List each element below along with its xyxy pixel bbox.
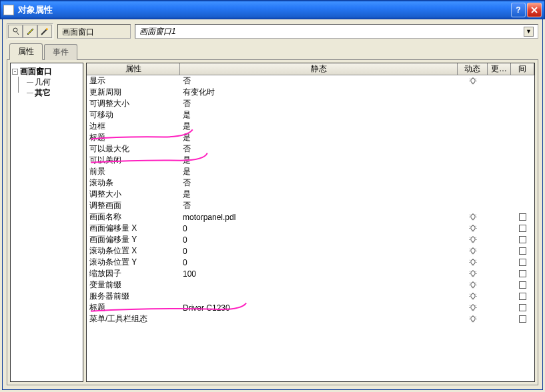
object-tree[interactable]: -画面窗口 几何 其它 (10, 63, 83, 382)
cell-attr[interactable]: 标题 (87, 132, 180, 143)
grid-row[interactable]: 更新周期有变化时 (87, 87, 534, 98)
cell-static[interactable]: 0 (180, 235, 458, 245)
cell-dynamic[interactable] (458, 247, 488, 256)
cell-attr[interactable]: 可调整大小 (87, 98, 180, 109)
grid-body[interactable]: 显示否更新周期有变化时可调整大小否可移动是边框是标题是可以最大化否可以关闭是前景… (87, 75, 534, 381)
cell-attr[interactable]: 服务器前缀 (87, 291, 180, 302)
cell-static[interactable]: 否 (180, 177, 458, 189)
eyedropper-icon[interactable] (23, 25, 37, 38)
header-dynamic[interactable]: 动态 (458, 63, 488, 75)
cell-static[interactable]: 是 (180, 155, 458, 166)
cell-attr[interactable]: 可移动 (87, 109, 180, 121)
wand-icon[interactable] (37, 25, 52, 38)
grid-row[interactable]: 调整画面否 (87, 200, 534, 211)
grid-row[interactable]: 可调整大小否 (87, 98, 534, 109)
bulb-icon[interactable] (468, 258, 478, 267)
chevron-down-icon[interactable]: ▼ (524, 27, 534, 37)
cell-attr[interactable]: 标题 (87, 302, 180, 313)
cell-static[interactable]: motorpanel.pdl (180, 213, 458, 222)
cell-static[interactable]: 100 (180, 269, 458, 279)
checkbox[interactable] (519, 293, 526, 300)
cell-static[interactable]: 否 (180, 143, 458, 155)
cell-attr[interactable]: 可以最大化 (87, 143, 180, 155)
cell-dynamic[interactable] (458, 258, 488, 267)
cell-dynamic[interactable] (458, 292, 488, 301)
cell-ind[interactable] (511, 315, 534, 323)
cell-attr[interactable]: 滚动条 (87, 177, 180, 189)
cell-static[interactable]: 否 (180, 75, 458, 87)
bulb-icon[interactable] (468, 77, 478, 86)
tree-item-other[interactable]: 其它 (27, 87, 81, 98)
cell-static[interactable]: 否 (180, 98, 458, 109)
cell-ind[interactable] (511, 293, 534, 300)
cell-dynamic[interactable] (458, 224, 488, 233)
tab-attributes[interactable]: 属性 (9, 43, 43, 60)
cell-ind[interactable] (511, 270, 534, 277)
tree-root[interactable]: -画面窗口 (12, 66, 81, 77)
collapse-icon[interactable]: - (12, 69, 18, 75)
cell-static[interactable]: 否 (180, 200, 458, 211)
grid-row[interactable]: 标题是 (87, 132, 534, 143)
header-static[interactable]: 静态 (180, 63, 458, 75)
cell-attr[interactable]: 画面名称 (87, 211, 180, 223)
cell-attr[interactable]: 调整画面 (87, 200, 180, 211)
grid-row[interactable]: 前景是 (87, 166, 534, 177)
cell-static[interactable]: 是 (180, 121, 458, 132)
grid-row[interactable]: 画面偏移量 X0 (87, 223, 534, 234)
cell-static[interactable]: Driver C1230 (180, 303, 458, 313)
cell-attr[interactable]: 画面偏移量 Y (87, 234, 180, 245)
grid-row[interactable]: 调整大小是 (87, 189, 534, 200)
bulb-icon[interactable] (468, 315, 478, 324)
grid-row[interactable]: 变量前缀 (87, 279, 534, 291)
cell-attr[interactable]: 更新周期 (87, 87, 180, 98)
cell-dynamic[interactable] (458, 281, 488, 290)
bulb-icon[interactable] (468, 224, 478, 233)
cell-static[interactable]: 0 (180, 258, 458, 267)
cell-ind[interactable] (511, 225, 534, 232)
bulb-icon[interactable] (468, 213, 478, 222)
cell-dynamic[interactable] (458, 213, 488, 222)
checkbox[interactable] (519, 213, 526, 221)
cell-dynamic[interactable] (458, 269, 488, 279)
close-button[interactable] (527, 3, 542, 17)
checkbox[interactable] (519, 247, 526, 255)
header-ind[interactable]: 间 (511, 63, 534, 75)
checkbox[interactable] (519, 259, 526, 266)
cell-ind[interactable] (511, 236, 534, 243)
cell-attr[interactable]: 变量前缀 (87, 279, 180, 291)
grid-row[interactable]: 显示否 (87, 75, 534, 87)
grid-row[interactable]: 服务器前缀 (87, 291, 534, 302)
cell-static[interactable]: 是 (180, 189, 458, 200)
cell-static[interactable]: 是 (180, 109, 458, 121)
cell-ind[interactable] (511, 259, 534, 266)
cell-attr[interactable]: 滚动条位置 X (87, 245, 180, 257)
pin-icon[interactable] (8, 25, 23, 38)
grid-row[interactable]: 边框是 (87, 121, 534, 132)
cell-attr[interactable]: 滚动条位置 Y (87, 257, 180, 268)
bulb-icon[interactable] (468, 235, 478, 245)
checkbox[interactable] (519, 236, 526, 243)
help-button[interactable]: ? (511, 3, 526, 17)
grid-row[interactable]: 标题Driver C1230 (87, 302, 534, 313)
bulb-icon[interactable] (468, 247, 478, 256)
checkbox[interactable] (519, 270, 526, 277)
grid-row[interactable]: 滚动条位置 Y0 (87, 257, 534, 268)
bulb-icon[interactable] (468, 269, 478, 279)
cell-dynamic[interactable] (458, 315, 488, 324)
cell-attr[interactable]: 边框 (87, 121, 180, 132)
cell-ind[interactable] (511, 281, 534, 289)
cell-static[interactable]: 有变化时 (180, 87, 458, 98)
tree-item-geometry[interactable]: 几何 (27, 77, 81, 87)
bulb-icon[interactable] (468, 303, 478, 313)
cell-ind[interactable] (511, 304, 534, 311)
bulb-icon[interactable] (468, 292, 478, 301)
cell-static[interactable]: 是 (180, 132, 458, 143)
cell-static[interactable]: 0 (180, 224, 458, 233)
checkbox[interactable] (519, 281, 526, 289)
cell-dynamic[interactable] (458, 77, 488, 86)
grid-row[interactable]: 画面名称motorpanel.pdl (87, 211, 534, 223)
cell-dynamic[interactable] (458, 303, 488, 313)
header-more[interactable]: 更… (488, 63, 511, 75)
object-name-select[interactable]: 画面窗口1 ▼ (135, 24, 538, 39)
cell-attr[interactable]: 调整大小 (87, 189, 180, 200)
